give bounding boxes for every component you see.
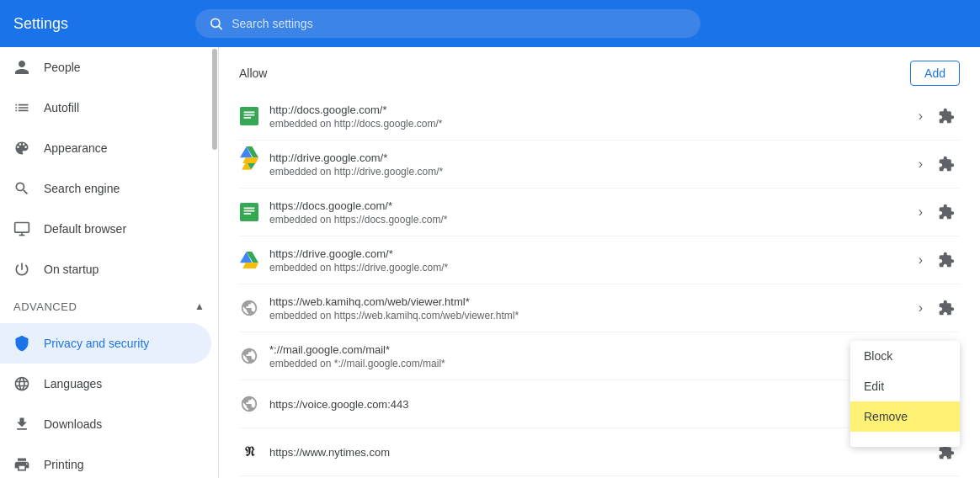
puzzle-icon-2[interactable] bbox=[933, 151, 960, 178]
sidebar-label-privacy: Privacy and security bbox=[44, 337, 149, 350]
svg-marker-16 bbox=[242, 157, 258, 163]
site-info-6: *://mail.google.com/mail* embedded on *:… bbox=[269, 343, 908, 369]
sidebar-label-printing: Printing bbox=[44, 458, 83, 471]
site-info-5: https://web.kamihq.com/web/viewer.html* … bbox=[269, 295, 908, 321]
site-embedded-6: embedded on *://mail.google.com/mail* bbox=[269, 358, 908, 369]
globe-icon-6 bbox=[239, 346, 259, 366]
gdocs-icon-1 bbox=[239, 106, 259, 126]
site-url-6: *://mail.google.com/mail* bbox=[269, 343, 908, 356]
search-nav-icon bbox=[13, 180, 30, 197]
context-menu-edit[interactable]: Edit bbox=[850, 371, 960, 401]
main-content: Allow Add http://docs.google.com/* embed… bbox=[219, 47, 980, 478]
header: Settings bbox=[0, 0, 980, 47]
list-icon bbox=[13, 99, 30, 116]
site-info-2: http://drive.google.com/* embedded on ht… bbox=[269, 151, 908, 178]
person-icon bbox=[13, 59, 30, 76]
puzzle-icon-3[interactable] bbox=[933, 199, 960, 226]
chevron-right-icon-5[interactable]: › bbox=[919, 300, 923, 316]
site-info-1: http://docs.google.com/* embedded on htt… bbox=[269, 104, 908, 130]
svg-rect-18 bbox=[243, 208, 254, 210]
svg-rect-20 bbox=[243, 213, 251, 215]
svg-rect-7 bbox=[243, 114, 254, 116]
context-menu-remove[interactable]: Remove bbox=[850, 401, 960, 432]
advanced-section-header[interactable]: Advanced ▲ bbox=[0, 289, 218, 323]
browser-icon bbox=[13, 220, 30, 237]
chevron-right-icon-1[interactable]: › bbox=[919, 109, 923, 124]
sidebar-label-default-browser: Default browser bbox=[44, 222, 126, 236]
site-url-2: http://drive.google.com/* bbox=[269, 151, 908, 164]
chevron-right-icon-3[interactable]: › bbox=[919, 204, 923, 220]
sidebar: People Autofill Appearance Search engine bbox=[0, 47, 219, 478]
sidebar-item-privacy[interactable]: Privacy and security bbox=[0, 323, 211, 364]
site-url-3: https://docs.google.com/* bbox=[269, 199, 908, 212]
site-embedded-3: embedded on https://docs.google.com/* bbox=[269, 214, 908, 226]
svg-marker-23 bbox=[242, 263, 258, 268]
scrollbar-thumb[interactable] bbox=[212, 49, 217, 150]
sidebar-item-people[interactable]: People bbox=[0, 47, 211, 88]
sidebar-label-downloads: Downloads bbox=[44, 417, 102, 431]
globe-icon-7 bbox=[239, 394, 259, 414]
site-row-3: https://docs.google.com/* embedded on ht… bbox=[239, 189, 960, 236]
advanced-section-title: Advanced bbox=[13, 300, 77, 313]
site-url-8: https://www.nytimes.com bbox=[269, 446, 923, 459]
sidebar-item-autofill[interactable]: Autofill bbox=[0, 88, 211, 128]
sidebar-label-appearance: Appearance bbox=[44, 141, 108, 155]
gdrive-icon-4 bbox=[239, 250, 259, 270]
context-menu-block[interactable]: Block bbox=[850, 341, 960, 371]
sidebar-item-appearance[interactable]: Appearance bbox=[0, 128, 211, 168]
languages-icon bbox=[13, 375, 30, 392]
add-button[interactable]: Add bbox=[910, 61, 960, 86]
main-layout: People Autofill Appearance Search engine bbox=[0, 47, 980, 478]
sidebar-label-languages: Languages bbox=[44, 377, 102, 390]
search-input[interactable] bbox=[232, 17, 687, 30]
chevron-right-icon-2[interactable]: › bbox=[919, 157, 923, 172]
gdocs-icon-3 bbox=[239, 202, 259, 222]
site-embedded-5: embedded on https://web.kamihq.com/web/v… bbox=[269, 310, 908, 321]
site-info-8: https://www.nytimes.com bbox=[269, 446, 923, 459]
puzzle-icon-4[interactable] bbox=[933, 247, 960, 274]
gdrive-icon-2 bbox=[239, 154, 259, 174]
site-row-6: *://mail.google.com/mail* embedded on *:… bbox=[239, 332, 960, 380]
svg-rect-8 bbox=[243, 117, 251, 119]
scrollbar-track bbox=[211, 47, 218, 478]
site-row-2: http://drive.google.com/* embedded on ht… bbox=[239, 141, 960, 189]
svg-rect-19 bbox=[243, 210, 254, 212]
allow-header: Allow Add bbox=[239, 47, 960, 93]
site-url-7: https://voice.google.com:443 bbox=[269, 398, 923, 411]
svg-rect-5 bbox=[240, 107, 258, 125]
svg-line-1 bbox=[219, 26, 222, 29]
app-title: Settings bbox=[13, 15, 182, 33]
site-url-5: https://web.kamihq.com/web/viewer.html* bbox=[269, 295, 908, 308]
sidebar-item-languages[interactable]: Languages bbox=[0, 364, 211, 404]
site-url-1: http://docs.google.com/* bbox=[269, 104, 908, 116]
puzzle-icon-1[interactable] bbox=[933, 103, 960, 130]
site-info-3: https://docs.google.com/* embedded on ht… bbox=[269, 199, 908, 226]
sidebar-label-search-engine: Search engine bbox=[44, 182, 120, 195]
svg-rect-6 bbox=[243, 112, 254, 114]
nytimes-icon-8: 𝔑 bbox=[239, 442, 259, 462]
site-info-4: https://drive.google.com/* embedded on h… bbox=[269, 247, 908, 274]
sidebar-label-on-startup: On startup bbox=[44, 263, 99, 276]
sidebar-item-downloads[interactable]: Downloads bbox=[0, 404, 211, 444]
chevron-right-icon-4[interactable]: › bbox=[919, 252, 923, 268]
download-icon bbox=[13, 416, 30, 433]
context-menu: Block Edit Remove bbox=[850, 341, 960, 447]
chevron-up-icon: ▲ bbox=[194, 300, 205, 312]
sidebar-item-printing[interactable]: Printing bbox=[0, 444, 211, 478]
puzzle-icon-5[interactable] bbox=[933, 295, 960, 321]
sidebar-item-on-startup[interactable]: On startup bbox=[0, 249, 211, 289]
site-row-5: https://web.kamihq.com/web/viewer.html* … bbox=[239, 284, 960, 332]
site-url-4: https://drive.google.com/* bbox=[269, 247, 908, 260]
allow-title: Allow bbox=[239, 66, 267, 80]
search-bar bbox=[195, 9, 700, 38]
sidebar-label-autofill: Autofill bbox=[44, 101, 79, 114]
sidebar-item-default-browser[interactable]: Default browser bbox=[0, 209, 211, 249]
svg-rect-17 bbox=[240, 203, 258, 221]
globe-icon-5 bbox=[239, 298, 259, 318]
svg-rect-2 bbox=[15, 223, 29, 233]
search-icon bbox=[209, 16, 223, 31]
site-embedded-4: embedded on https://drive.google.com/* bbox=[269, 262, 908, 274]
site-embedded-1: embedded on http://docs.google.com/* bbox=[269, 118, 908, 130]
sidebar-item-search-engine[interactable]: Search engine bbox=[0, 168, 211, 209]
svg-point-0 bbox=[211, 19, 220, 27]
